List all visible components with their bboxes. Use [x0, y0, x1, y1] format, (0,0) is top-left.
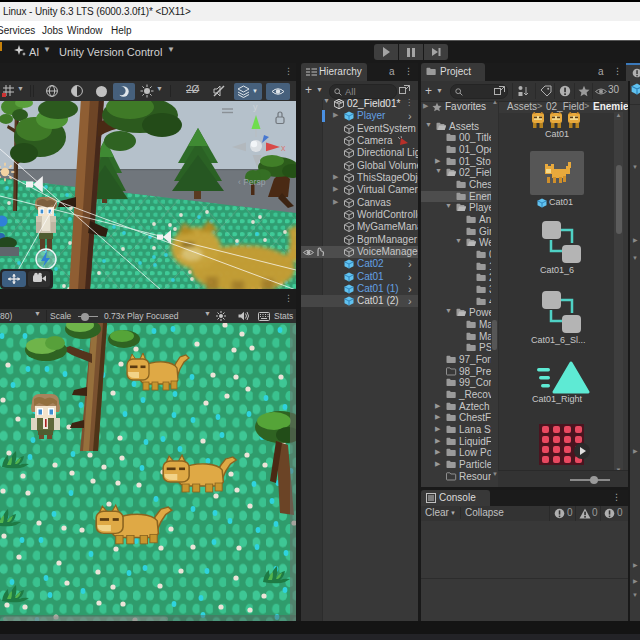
- svg-text:x: x: [281, 143, 286, 153]
- svg-text:‹ Persp: ‹ Persp: [238, 177, 266, 187]
- svg-text:y: y: [253, 102, 258, 112]
